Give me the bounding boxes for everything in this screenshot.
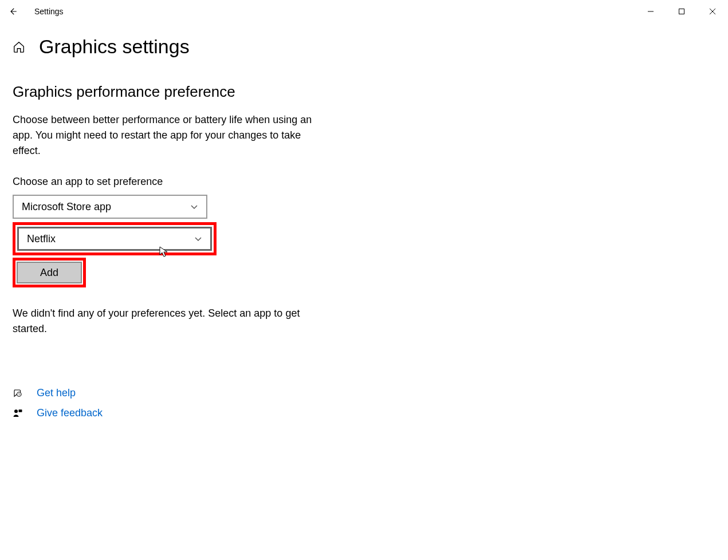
- page-title: Graphics settings: [39, 36, 190, 58]
- svg-point-6: [14, 409, 18, 413]
- app-type-dropdown[interactable]: Microsoft Store app: [13, 195, 207, 219]
- give-feedback-row: Give feedback: [13, 407, 715, 419]
- close-button[interactable]: [697, 0, 728, 23]
- get-help-row: ? Get help: [13, 387, 715, 399]
- maximize-icon: [678, 8, 685, 15]
- close-icon: [709, 8, 716, 15]
- help-links: ? Get help Give feedback: [13, 387, 715, 419]
- chevron-down-icon: [194, 235, 202, 243]
- content: Graphics settings Graphics performance p…: [0, 23, 728, 440]
- add-button[interactable]: Add: [17, 262, 82, 283]
- titlebar-left: Settings: [6, 0, 64, 23]
- app-name-value: Netflix: [27, 233, 56, 245]
- section-title: Graphics performance preference: [13, 83, 715, 101]
- minimize-button[interactable]: [635, 0, 666, 23]
- back-arrow-icon: [7, 6, 18, 17]
- back-button[interactable]: [6, 0, 19, 23]
- give-feedback-link[interactable]: Give feedback: [37, 407, 103, 419]
- maximize-button[interactable]: [666, 0, 697, 23]
- titlebar: Settings: [0, 0, 728, 23]
- svg-text:?: ?: [18, 392, 20, 396]
- svg-rect-1: [679, 9, 684, 14]
- status-text: We didn't find any of your preferences y…: [13, 306, 322, 337]
- feedback-person-icon: [13, 408, 23, 419]
- get-help-link[interactable]: Get help: [37, 387, 76, 399]
- add-button-label: Add: [40, 267, 58, 279]
- minimize-icon: [647, 8, 654, 15]
- chevron-down-icon: [190, 203, 198, 211]
- app-type-value: Microsoft Store app: [22, 201, 111, 213]
- svg-rect-7: [19, 409, 22, 412]
- window-controls: [635, 0, 728, 23]
- choose-app-label: Choose an app to set preference: [13, 176, 715, 188]
- app-name-dropdown[interactable]: Netflix: [17, 227, 212, 251]
- page-header: Graphics settings: [13, 36, 715, 58]
- help-chat-icon: ?: [13, 388, 23, 399]
- home-icon[interactable]: [13, 41, 25, 53]
- section-description: Choose between better performance or bat…: [13, 112, 322, 159]
- highlight-app-select: Netflix: [13, 222, 217, 255]
- window-title: Settings: [34, 7, 64, 16]
- highlight-add-button: Add: [13, 258, 86, 287]
